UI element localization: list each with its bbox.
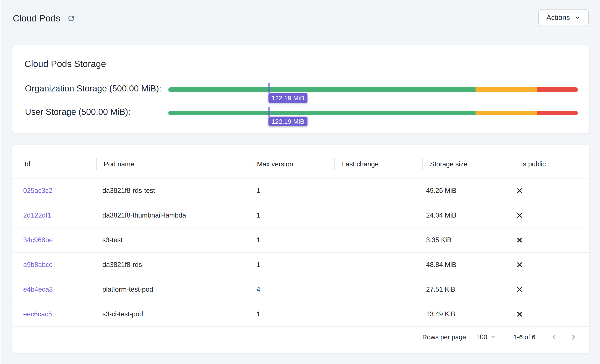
storage-size-cell: 3.35 KiB: [426, 228, 451, 252]
clear-x-icon: [516, 262, 523, 268]
storage-size-cell: 27.51 KiB: [426, 277, 455, 302]
actions-button[interactable]: Actions: [538, 9, 589, 26]
table-header-row: Id Pod name Max version Last change Stor…: [12, 145, 589, 178]
column-separator: [514, 158, 514, 170]
gauge-red-segment: [537, 111, 578, 115]
storage-size-cell: 49.26 MiB: [426, 179, 456, 203]
storage-size-cell: 24.04 MiB: [426, 203, 456, 228]
clear-x-icon: [516, 311, 523, 318]
user-storage-label: User Storage (500.00 MiB):: [25, 107, 131, 116]
refresh-icon: [67, 14, 75, 23]
rows-per-page-select[interactable]: 100: [476, 333, 488, 341]
table-pagination: Rows per page: 100 1-6 of 6: [422, 331, 578, 343]
refresh-button[interactable]: [65, 12, 77, 25]
column-header-last-change[interactable]: Last change: [342, 161, 379, 168]
user-storage-bar: [168, 111, 578, 115]
clear-x-icon: [516, 212, 523, 218]
table-row[interactable]: eec6cac5 s3-ci-test-pod 1 13.49 KiB: [12, 302, 589, 327]
max-version-cell: 1: [256, 203, 260, 228]
storage-size-cell: 13.49 KiB: [426, 302, 455, 326]
column-header-storage-size[interactable]: Storage size: [430, 161, 467, 168]
max-version-cell: 1: [256, 179, 260, 203]
actions-button-label: Actions: [546, 13, 570, 22]
table-row[interactable]: 025ac3c2 da3821f8-rds-test 1 49.26 MiB: [12, 179, 589, 203]
pod-id-link[interactable]: eec6cac5: [23, 302, 52, 326]
org-storage-bar: [168, 87, 578, 92]
table-body: 025ac3c2 da3821f8-rds-test 1 49.26 MiB 2…: [12, 179, 589, 327]
column-header-is-public[interactable]: Is public: [521, 161, 546, 168]
pod-id-link[interactable]: 2d122df1: [23, 203, 51, 228]
table-row[interactable]: a9b8abcc da3821f8-rds 1 48.84 MiB: [12, 253, 589, 277]
gauge-red-segment: [537, 87, 578, 92]
page-title: Cloud Pods: [13, 13, 60, 24]
column-header-id[interactable]: Id: [25, 161, 30, 168]
gauge-amber-segment: [476, 111, 537, 115]
pagination-range-label: 1-6 of 6: [513, 333, 535, 341]
table-row[interactable]: 34c968be s3-test 1 3.35 KiB: [12, 228, 589, 253]
app-header: Cloud Pods Actions: [0, 0, 600, 37]
org-storage-gauge: 122.19 MiB: [168, 83, 578, 105]
storage-card: Cloud Pods Storage Organization Storage …: [12, 45, 589, 134]
pod-name-cell: da3821f8-thumbnail-lambda: [102, 203, 186, 228]
column-separator: [422, 158, 423, 170]
gauge-amber-segment: [476, 87, 537, 92]
storage-size-cell: 48.84 MiB: [426, 253, 456, 277]
pod-name-cell: s3-test: [102, 228, 122, 252]
column-separator: [588, 158, 588, 170]
column-header-max-version[interactable]: Max version: [257, 161, 293, 168]
dropdown-arrow-icon[interactable]: [491, 336, 496, 339]
gauge-green-segment: [168, 87, 476, 92]
clear-x-icon: [516, 237, 523, 243]
pod-id-link[interactable]: e4b4eca3: [23, 277, 53, 302]
max-version-cell: 1: [256, 253, 260, 277]
column-separator: [250, 158, 250, 170]
storage-card-title: Cloud Pods Storage: [25, 59, 106, 69]
max-version-cell: 4: [256, 277, 260, 302]
pod-name-cell: da3821f8-rds-test: [102, 179, 155, 203]
pod-id-link[interactable]: 025ac3c2: [23, 179, 52, 203]
column-header-pod-name[interactable]: Pod name: [104, 161, 134, 168]
usage-marker: [268, 107, 270, 117]
table-row[interactable]: 2d122df1 da3821f8-thumbnail-lambda 1 24.…: [12, 203, 589, 228]
previous-page-button[interactable]: [549, 332, 559, 342]
clear-x-icon: [516, 286, 523, 293]
pod-name-cell: da3821f8-rds: [102, 253, 142, 277]
usage-marker: [268, 83, 270, 93]
usage-tooltip: 122.19 MiB: [268, 93, 308, 103]
chevron-right-icon: [569, 332, 578, 342]
chevron-left-icon: [549, 332, 559, 342]
max-version-cell: 1: [256, 228, 260, 252]
pod-id-link[interactable]: 34c968be: [23, 228, 53, 252]
cloud-pods-table-card: Id Pod name Max version Last change Stor…: [12, 145, 589, 353]
org-storage-label: Organization Storage (500.00 MiB):: [25, 84, 161, 93]
max-version-cell: 1: [256, 302, 260, 326]
clear-x-icon: [516, 187, 523, 194]
pod-id-link[interactable]: a9b8abcc: [23, 253, 52, 277]
column-separator: [96, 158, 97, 170]
usage-tooltip: 122.19 MiB: [268, 117, 308, 126]
next-page-button[interactable]: [569, 332, 578, 342]
rows-per-page-label: Rows per page:: [422, 333, 468, 341]
window-left-edge: [0, 0, 1, 364]
pod-name-cell: platform-test-pod: [102, 277, 153, 302]
gauge-green-segment: [168, 111, 476, 115]
chevron-down-icon: [574, 14, 581, 21]
pod-name-cell: s3-ci-test-pod: [102, 302, 143, 326]
table-row[interactable]: e4b4eca3 platform-test-pod 4 27.51 KiB: [12, 277, 589, 302]
column-separator: [334, 158, 335, 170]
user-storage-gauge: 122.19 MiB: [168, 107, 578, 128]
